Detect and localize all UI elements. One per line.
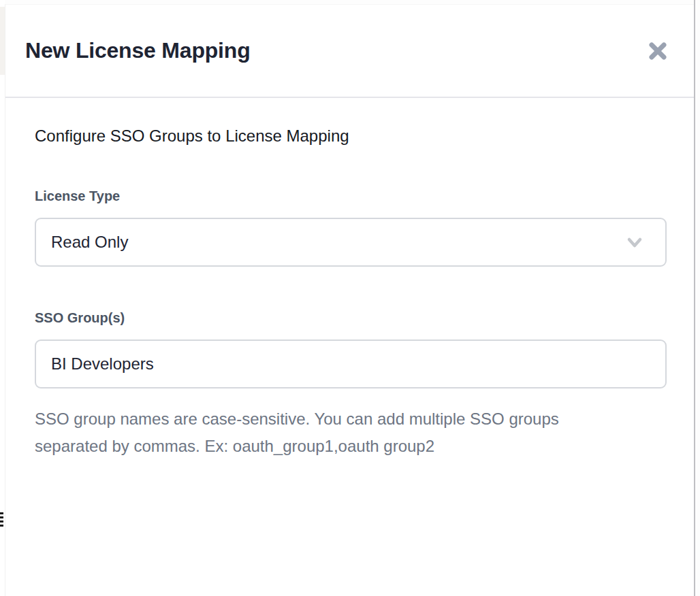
sso-groups-helper-text: SSO group names are case-sensitive. You … — [35, 405, 665, 460]
sso-groups-input[interactable] — [35, 340, 667, 388]
window-edge-line — [694, 0, 695, 596]
sso-groups-label: SSO Group(s) — [35, 310, 665, 326]
new-license-mapping-modal: New License Mapping Configure SSO Groups… — [5, 4, 694, 596]
menu-dash — [0, 512, 3, 514]
modal-body: Configure SSO Groups to License Mapping … — [5, 98, 694, 460]
screen: New License Mapping Configure SSO Groups… — [0, 0, 700, 596]
license-type-selected-value: Read Only — [51, 233, 128, 252]
background-block-fragment — [0, 7, 5, 75]
background-page-sliver — [0, 0, 5, 596]
close-x-icon — [647, 40, 669, 62]
menu-icon-fragment — [0, 512, 3, 529]
menu-dash — [0, 525, 3, 527]
close-button[interactable] — [646, 39, 669, 63]
license-type-select[interactable]: Read Only — [35, 218, 667, 267]
modal-header: New License Mapping — [5, 5, 694, 98]
intro-text: Configure SSO Groups to License Mapping — [35, 127, 665, 146]
license-type-label: License Type — [35, 188, 665, 204]
helper-line-1: SSO group names are case-sensitive. You … — [35, 405, 665, 433]
chevron-down-icon — [624, 232, 645, 252]
modal-title: New License Mapping — [25, 38, 250, 63]
menu-dash — [0, 520, 3, 523]
helper-line-2: separated by commas. Ex: oauth_group1,oa… — [35, 433, 665, 460]
menu-dash — [0, 516, 3, 518]
